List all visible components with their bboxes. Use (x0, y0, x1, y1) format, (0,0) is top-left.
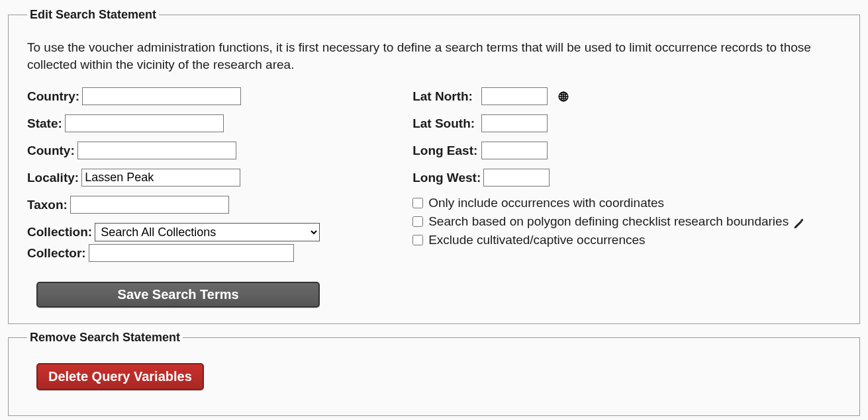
collection-label: Collection: (27, 225, 92, 239)
polygon-checkbox[interactable] (412, 216, 423, 227)
lat-south-input[interactable] (481, 114, 548, 132)
country-input[interactable] (82, 87, 241, 105)
exclude-cultivated-label: Exclude cultivated/captive occurrences (428, 233, 645, 247)
taxon-input[interactable] (70, 196, 229, 214)
intro-text: To use the voucher administration functi… (27, 39, 841, 73)
long-west-input[interactable] (483, 169, 550, 187)
exclude-cultivated-checkbox[interactable] (412, 235, 423, 245)
long-east-input[interactable] (481, 142, 548, 159)
only-coords-label: Only include occurrences with coordinate… (428, 196, 664, 210)
long-west-label: Long West: (412, 171, 481, 185)
lat-north-label: Lat North: (412, 89, 479, 104)
country-label: Country: (27, 89, 79, 104)
save-search-terms-button[interactable]: Save Search Terms (36, 282, 320, 308)
collector-input[interactable] (89, 244, 294, 262)
lat-south-label: Lat South: (412, 116, 479, 131)
collection-select[interactable]: Search All Collections (95, 223, 320, 241)
long-east-label: Long East: (412, 144, 479, 158)
delete-query-variables-button[interactable]: Delete Query Variables (36, 363, 204, 390)
polygon-label: Search based on polygon defining checkli… (428, 214, 789, 229)
remove-search-fieldset: Remove Search Statement Delete Query Var… (8, 331, 860, 416)
edit-search-fieldset: Edit Search Statement To use the voucher… (8, 8, 860, 324)
locality-input[interactable] (81, 169, 240, 187)
locality-label: Locality: (27, 171, 79, 185)
lat-north-input[interactable] (481, 87, 548, 105)
pencil-icon[interactable] (793, 217, 806, 230)
remove-search-legend: Remove Search Statement (27, 331, 183, 345)
collector-label: Collector: (27, 246, 86, 261)
edit-search-legend: Edit Search Statement (27, 8, 159, 22)
county-input[interactable] (77, 142, 236, 159)
county-label: County: (27, 144, 75, 158)
only-coords-checkbox[interactable] (412, 198, 423, 208)
state-label: State: (27, 116, 62, 131)
globe-icon[interactable] (557, 90, 570, 103)
state-input[interactable] (65, 114, 224, 132)
taxon-label: Taxon: (27, 198, 68, 212)
